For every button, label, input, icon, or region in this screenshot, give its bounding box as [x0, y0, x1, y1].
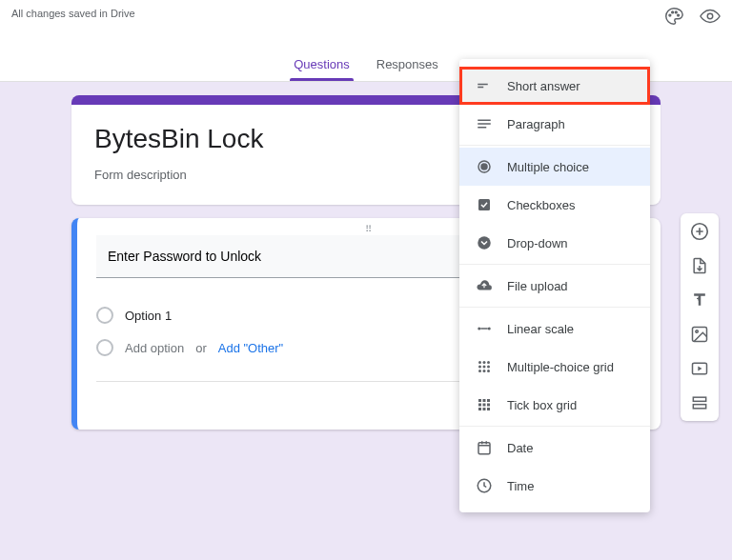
palette-icon[interactable] [663, 6, 684, 27]
dd-label: Checkboxes [507, 198, 576, 212]
svg-rect-35 [478, 399, 481, 402]
svg-point-34 [487, 370, 490, 372]
svg-rect-13 [693, 405, 705, 409]
short-answer-icon [475, 76, 494, 95]
add-image-toolbar-icon[interactable] [689, 324, 710, 345]
type-linear-scale[interactable]: Linear scale [459, 310, 650, 348]
svg-rect-43 [487, 408, 490, 410]
svg-point-30 [483, 366, 486, 369]
svg-rect-41 [478, 408, 481, 410]
preview-icon[interactable] [700, 6, 721, 27]
type-file-upload[interactable]: File upload [459, 267, 650, 305]
add-title-icon[interactable] [689, 290, 710, 310]
svg-point-10 [696, 330, 699, 333]
radio-icon [96, 307, 113, 324]
svg-point-22 [478, 236, 491, 250]
radio-icon [96, 339, 113, 356]
add-section-icon[interactable] [689, 392, 710, 413]
radio-selected-icon [475, 157, 494, 176]
svg-point-27 [483, 361, 486, 364]
grid-squares-icon [475, 395, 494, 414]
dd-label: File upload [507, 279, 568, 293]
svg-point-32 [478, 370, 481, 372]
type-date[interactable]: Date [459, 429, 650, 467]
calendar-icon [475, 438, 494, 457]
add-video-icon[interactable] [689, 358, 710, 379]
type-multiple-choice[interactable]: Multiple choice [459, 148, 650, 186]
save-status: All changes saved in Drive [11, 8, 135, 19]
dd-label: Linear scale [507, 322, 574, 336]
svg-rect-15 [478, 87, 483, 89]
svg-rect-25 [480, 328, 488, 330]
dd-label: Paragraph [507, 117, 565, 131]
svg-rect-17 [478, 123, 491, 125]
grid-dots-icon [475, 357, 494, 376]
svg-point-20 [481, 164, 487, 170]
svg-point-28 [487, 361, 490, 364]
svg-point-24 [488, 328, 491, 330]
paragraph-icon [475, 114, 494, 133]
svg-rect-16 [478, 120, 491, 122]
add-other-button[interactable]: Add "Other" [218, 341, 284, 355]
type-mc-grid[interactable]: Multiple-choice grid [459, 348, 650, 386]
tab-questions[interactable]: Questions [294, 50, 350, 81]
type-paragraph[interactable]: Paragraph [459, 105, 650, 143]
dropdown-icon [475, 233, 494, 252]
or-label: or [195, 341, 207, 355]
linear-scale-icon [475, 319, 494, 338]
svg-rect-38 [478, 404, 481, 407]
question-type-dropdown: Short answer Paragraph Multiple choice C… [459, 59, 650, 512]
dd-label: Tick box grid [507, 398, 577, 412]
import-questions-icon[interactable] [689, 255, 710, 276]
svg-point-33 [483, 370, 486, 372]
add-option-label[interactable]: Add option [125, 341, 184, 355]
svg-point-0 [669, 14, 671, 16]
svg-point-26 [478, 361, 481, 364]
svg-rect-21 [478, 199, 490, 210]
svg-point-3 [678, 14, 680, 16]
svg-point-31 [487, 366, 490, 369]
dd-label: Date [507, 441, 533, 455]
svg-rect-14 [478, 84, 488, 86]
dd-label: Multiple-choice grid [507, 360, 614, 374]
svg-rect-42 [483, 408, 486, 410]
type-dropdown[interactable]: Drop-down [459, 224, 650, 262]
topbar: All changes saved in Drive [0, 0, 732, 50]
clock-icon [475, 476, 494, 495]
option-label[interactable]: Option 1 [125, 309, 172, 323]
type-tick-grid[interactable]: Tick box grid [459, 386, 650, 424]
svg-point-29 [478, 366, 481, 369]
svg-point-4 [707, 13, 713, 19]
dd-label: Drop-down [507, 236, 568, 250]
tab-responses[interactable]: Responses [376, 50, 438, 81]
type-time[interactable]: Time [459, 467, 650, 505]
dd-label: Short answer [507, 79, 580, 93]
svg-rect-40 [487, 404, 490, 407]
dd-label: Time [507, 479, 534, 493]
svg-rect-36 [483, 399, 486, 402]
svg-rect-44 [478, 443, 490, 454]
topbar-actions [663, 6, 721, 27]
drag-handle-icon[interactable]: ⠿ [365, 224, 374, 234]
svg-rect-37 [487, 399, 490, 402]
cloud-upload-icon [475, 276, 494, 295]
svg-rect-39 [483, 404, 486, 407]
svg-rect-12 [693, 397, 705, 401]
type-short-answer[interactable]: Short answer [459, 67, 650, 105]
svg-rect-18 [478, 127, 486, 129]
side-toolbar [681, 213, 719, 421]
svg-point-1 [672, 11, 674, 13]
checkbox-icon [475, 195, 494, 214]
type-checkboxes[interactable]: Checkboxes [459, 186, 650, 224]
svg-point-2 [675, 11, 677, 13]
dd-label: Multiple choice [507, 160, 589, 174]
add-question-icon[interactable] [689, 221, 710, 242]
svg-point-23 [478, 328, 480, 330]
